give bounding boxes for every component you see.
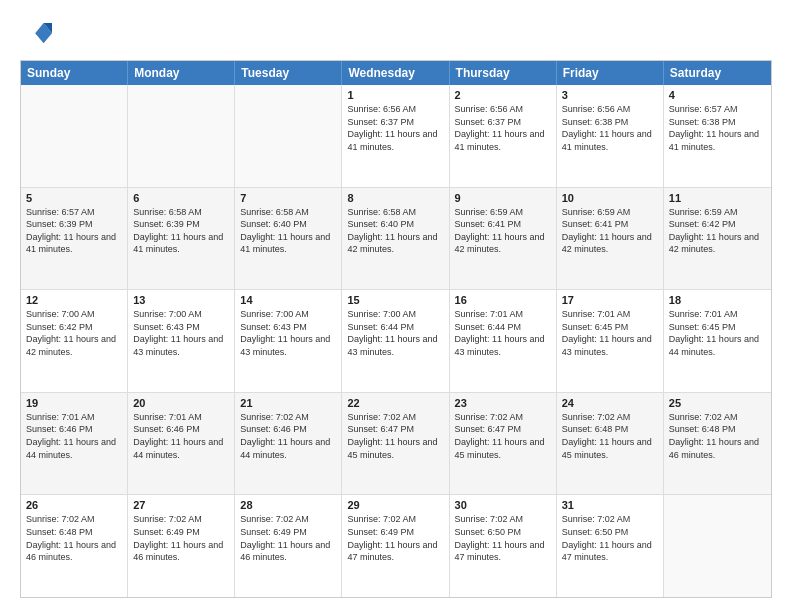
day-16: 16Sunrise: 7:01 AM Sunset: 6:44 PM Dayli… [450,290,557,392]
cell-info: Sunrise: 7:02 AM Sunset: 6:48 PM Dayligh… [562,411,658,461]
week-row-2: 5Sunrise: 6:57 AM Sunset: 6:39 PM Daylig… [21,188,771,291]
day-number: 2 [455,89,551,101]
cell-info: Sunrise: 6:58 AM Sunset: 6:39 PM Dayligh… [133,206,229,256]
day-4: 4Sunrise: 6:57 AM Sunset: 6:38 PM Daylig… [664,85,771,187]
day-number: 26 [26,499,122,511]
cell-info: Sunrise: 7:02 AM Sunset: 6:48 PM Dayligh… [669,411,766,461]
header-day-monday: Monday [128,61,235,85]
day-27: 27Sunrise: 7:02 AM Sunset: 6:49 PM Dayli… [128,495,235,597]
empty-cell [664,495,771,597]
calendar-header: SundayMondayTuesdayWednesdayThursdayFrid… [21,61,771,85]
day-19: 19Sunrise: 7:01 AM Sunset: 6:46 PM Dayli… [21,393,128,495]
week-row-5: 26Sunrise: 7:02 AM Sunset: 6:48 PM Dayli… [21,495,771,597]
cell-info: Sunrise: 6:58 AM Sunset: 6:40 PM Dayligh… [240,206,336,256]
day-number: 6 [133,192,229,204]
cell-info: Sunrise: 7:02 AM Sunset: 6:50 PM Dayligh… [455,513,551,563]
calendar-body: 1Sunrise: 6:56 AM Sunset: 6:37 PM Daylig… [21,85,771,597]
cell-info: Sunrise: 7:02 AM Sunset: 6:49 PM Dayligh… [133,513,229,563]
cell-info: Sunrise: 6:59 AM Sunset: 6:42 PM Dayligh… [669,206,766,256]
cell-info: Sunrise: 7:02 AM Sunset: 6:49 PM Dayligh… [347,513,443,563]
day-13: 13Sunrise: 7:00 AM Sunset: 6:43 PM Dayli… [128,290,235,392]
day-29: 29Sunrise: 7:02 AM Sunset: 6:49 PM Dayli… [342,495,449,597]
day-9: 9Sunrise: 6:59 AM Sunset: 6:41 PM Daylig… [450,188,557,290]
cell-info: Sunrise: 7:00 AM Sunset: 6:43 PM Dayligh… [133,308,229,358]
empty-cell [128,85,235,187]
day-5: 5Sunrise: 6:57 AM Sunset: 6:39 PM Daylig… [21,188,128,290]
day-number: 27 [133,499,229,511]
cell-info: Sunrise: 6:57 AM Sunset: 6:39 PM Dayligh… [26,206,122,256]
day-25: 25Sunrise: 7:02 AM Sunset: 6:48 PM Dayli… [664,393,771,495]
day-number: 15 [347,294,443,306]
header-day-tuesday: Tuesday [235,61,342,85]
day-number: 9 [455,192,551,204]
cell-info: Sunrise: 6:56 AM Sunset: 6:37 PM Dayligh… [455,103,551,153]
day-number: 30 [455,499,551,511]
day-20: 20Sunrise: 7:01 AM Sunset: 6:46 PM Dayli… [128,393,235,495]
day-number: 8 [347,192,443,204]
cell-info: Sunrise: 7:01 AM Sunset: 6:44 PM Dayligh… [455,308,551,358]
header [20,18,772,50]
cell-info: Sunrise: 6:56 AM Sunset: 6:37 PM Dayligh… [347,103,443,153]
day-number: 24 [562,397,658,409]
day-28: 28Sunrise: 7:02 AM Sunset: 6:49 PM Dayli… [235,495,342,597]
cell-info: Sunrise: 6:59 AM Sunset: 6:41 PM Dayligh… [455,206,551,256]
day-number: 11 [669,192,766,204]
page: SundayMondayTuesdayWednesdayThursdayFrid… [0,0,792,612]
cell-info: Sunrise: 7:01 AM Sunset: 6:45 PM Dayligh… [562,308,658,358]
day-10: 10Sunrise: 6:59 AM Sunset: 6:41 PM Dayli… [557,188,664,290]
day-number: 1 [347,89,443,101]
week-row-4: 19Sunrise: 7:01 AM Sunset: 6:46 PM Dayli… [21,393,771,496]
day-1: 1Sunrise: 6:56 AM Sunset: 6:37 PM Daylig… [342,85,449,187]
day-7: 7Sunrise: 6:58 AM Sunset: 6:40 PM Daylig… [235,188,342,290]
day-number: 21 [240,397,336,409]
week-row-3: 12Sunrise: 7:00 AM Sunset: 6:42 PM Dayli… [21,290,771,393]
cell-info: Sunrise: 7:02 AM Sunset: 6:49 PM Dayligh… [240,513,336,563]
day-number: 28 [240,499,336,511]
header-day-sunday: Sunday [21,61,128,85]
day-31: 31Sunrise: 7:02 AM Sunset: 6:50 PM Dayli… [557,495,664,597]
cell-info: Sunrise: 7:02 AM Sunset: 6:46 PM Dayligh… [240,411,336,461]
cell-info: Sunrise: 6:58 AM Sunset: 6:40 PM Dayligh… [347,206,443,256]
day-3: 3Sunrise: 6:56 AM Sunset: 6:38 PM Daylig… [557,85,664,187]
cell-info: Sunrise: 7:00 AM Sunset: 6:43 PM Dayligh… [240,308,336,358]
cell-info: Sunrise: 7:02 AM Sunset: 6:50 PM Dayligh… [562,513,658,563]
day-24: 24Sunrise: 7:02 AM Sunset: 6:48 PM Dayli… [557,393,664,495]
day-number: 29 [347,499,443,511]
day-2: 2Sunrise: 6:56 AM Sunset: 6:37 PM Daylig… [450,85,557,187]
empty-cell [235,85,342,187]
cell-info: Sunrise: 7:02 AM Sunset: 6:47 PM Dayligh… [455,411,551,461]
day-22: 22Sunrise: 7:02 AM Sunset: 6:47 PM Dayli… [342,393,449,495]
cell-info: Sunrise: 6:59 AM Sunset: 6:41 PM Dayligh… [562,206,658,256]
day-12: 12Sunrise: 7:00 AM Sunset: 6:42 PM Dayli… [21,290,128,392]
day-number: 19 [26,397,122,409]
day-6: 6Sunrise: 6:58 AM Sunset: 6:39 PM Daylig… [128,188,235,290]
cell-info: Sunrise: 7:01 AM Sunset: 6:46 PM Dayligh… [133,411,229,461]
cell-info: Sunrise: 6:56 AM Sunset: 6:38 PM Dayligh… [562,103,658,153]
day-14: 14Sunrise: 7:00 AM Sunset: 6:43 PM Dayli… [235,290,342,392]
day-11: 11Sunrise: 6:59 AM Sunset: 6:42 PM Dayli… [664,188,771,290]
empty-cell [21,85,128,187]
header-day-wednesday: Wednesday [342,61,449,85]
logo [20,18,56,50]
day-8: 8Sunrise: 6:58 AM Sunset: 6:40 PM Daylig… [342,188,449,290]
header-day-thursday: Thursday [450,61,557,85]
day-number: 23 [455,397,551,409]
day-26: 26Sunrise: 7:02 AM Sunset: 6:48 PM Dayli… [21,495,128,597]
day-number: 20 [133,397,229,409]
day-number: 22 [347,397,443,409]
cell-info: Sunrise: 6:57 AM Sunset: 6:38 PM Dayligh… [669,103,766,153]
day-number: 17 [562,294,658,306]
day-21: 21Sunrise: 7:02 AM Sunset: 6:46 PM Dayli… [235,393,342,495]
day-number: 4 [669,89,766,101]
cell-info: Sunrise: 7:00 AM Sunset: 6:42 PM Dayligh… [26,308,122,358]
day-17: 17Sunrise: 7:01 AM Sunset: 6:45 PM Dayli… [557,290,664,392]
day-number: 25 [669,397,766,409]
cell-info: Sunrise: 7:01 AM Sunset: 6:45 PM Dayligh… [669,308,766,358]
day-number: 12 [26,294,122,306]
cell-info: Sunrise: 7:01 AM Sunset: 6:46 PM Dayligh… [26,411,122,461]
cell-info: Sunrise: 7:02 AM Sunset: 6:48 PM Dayligh… [26,513,122,563]
day-30: 30Sunrise: 7:02 AM Sunset: 6:50 PM Dayli… [450,495,557,597]
week-row-1: 1Sunrise: 6:56 AM Sunset: 6:37 PM Daylig… [21,85,771,188]
cell-info: Sunrise: 7:02 AM Sunset: 6:47 PM Dayligh… [347,411,443,461]
logo-icon [20,18,52,50]
